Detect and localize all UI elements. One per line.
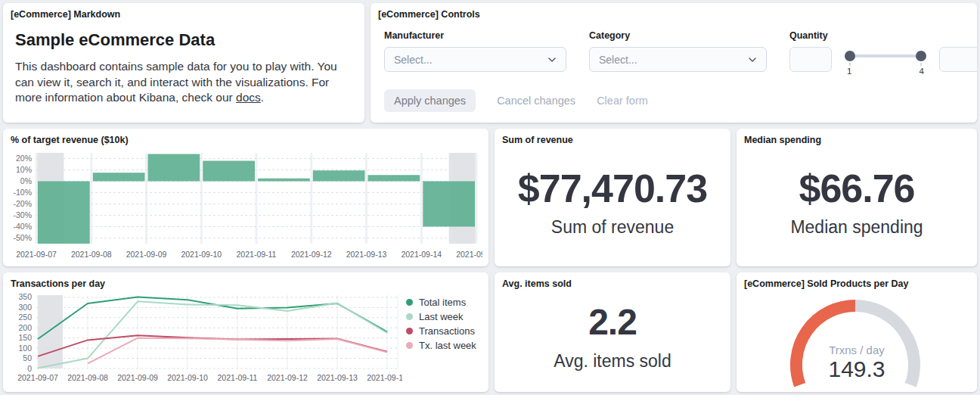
category-select[interactable]: Select... <box>589 47 767 72</box>
sold-products-per-day-panel: [eCommerce] Sold Products per Day Trxns … <box>737 272 977 392</box>
panel-title: % of target revenue ($10k) <box>3 129 488 145</box>
x-axis-tick-label: 2021-09-12 <box>291 250 332 259</box>
transactions-per-day-panel: Transactions per day 0501001502002503003… <box>3 272 488 392</box>
x-axis-tick-label: 2021-09-14 <box>367 373 402 382</box>
slider-handle-max[interactable] <box>916 51 926 61</box>
chevron-down-icon <box>547 55 557 64</box>
legend-swatch-icon <box>406 299 413 306</box>
slider-max-label: 4 <box>920 67 924 76</box>
y-axis-tick-label: 0 <box>27 364 32 373</box>
quantity-slider[interactable]: 1 4 <box>845 47 926 77</box>
median-spending-value: $66.76 <box>799 168 914 210</box>
x-axis-tick-label: 2021-09-13 <box>346 250 387 259</box>
bar-2021-09-14[interactable] <box>423 182 475 227</box>
y-axis-tick-label: 20% <box>16 154 32 163</box>
bar-2021-09-13[interactable] <box>368 175 420 181</box>
quantity-max-input[interactable] <box>939 47 977 72</box>
y-axis-tick-label: 10% <box>16 165 32 174</box>
x-axis-tick-label: 2021-09-11 <box>218 373 258 382</box>
y-axis-tick-label: 250 <box>18 313 32 322</box>
legend-item-total-items[interactable]: Total items <box>406 295 476 309</box>
y-axis-tick-label: -10% <box>13 188 32 197</box>
line-chart-canvas[interactable]: 0501001502002503003502021-09-072021-09-0… <box>9 291 402 386</box>
bar-2021-09-10[interactable] <box>203 161 255 182</box>
quantity-field: Quantity 1 4 <box>789 30 977 77</box>
x-axis-tick-label: 2021-09-14 <box>401 250 442 259</box>
manufacturer-label: Manufacturer <box>384 30 566 41</box>
line-chart-legend: Total itemsLast weekTransactionsTx. last… <box>406 295 476 353</box>
legend-label: Last week <box>419 311 464 322</box>
controls-panel: [eCommerce] Controls Manufacturer Select… <box>371 3 977 123</box>
median-spending-panel: Median spending $66.76 Median spending <box>737 129 977 266</box>
cancel-changes-button[interactable]: Cancel changes <box>497 95 575 107</box>
quantity-min-input[interactable] <box>789 47 832 72</box>
panel-title: [eCommerce] Sold Products per Day <box>737 272 977 289</box>
gauge-label: Trxns / day <box>737 344 977 356</box>
y-axis-tick-label: 200 <box>18 323 32 332</box>
gauge-value: 149.3 <box>737 356 977 382</box>
docs-link[interactable]: docs <box>236 91 261 104</box>
slider-track[interactable] <box>845 54 926 58</box>
category-label: Category <box>589 30 767 41</box>
bar-2021-09-11[interactable] <box>258 179 310 182</box>
x-axis-tick-label: 2021-09-09 <box>126 250 167 259</box>
legend-swatch-icon <box>406 313 413 320</box>
legend-item-tx-last-week[interactable]: Tx. last week <box>406 338 476 353</box>
legend-label: Total items <box>419 297 466 308</box>
y-axis-tick-label: -50% <box>13 233 32 242</box>
y-axis-tick-label: 150 <box>18 333 32 342</box>
legend-item-last-week[interactable]: Last week <box>406 309 476 324</box>
legend-item-transactions[interactable]: Transactions <box>406 324 476 338</box>
y-axis-tick-label: 50 <box>23 353 32 362</box>
x-axis-tick-label: 2021-09-08 <box>71 250 112 259</box>
y-axis-tick-label: -30% <box>13 210 32 219</box>
category-field: Category Select... <box>589 30 767 77</box>
panel-title: Transactions per day <box>3 272 488 289</box>
legend-swatch-icon <box>406 342 413 349</box>
x-axis-tick-label: 2021-09-11 <box>237 250 277 259</box>
partial-data-band <box>38 295 63 369</box>
legend-label: Tx. last week <box>419 340 476 351</box>
panel-title: [eCommerce] Markdown <box>3 3 364 20</box>
y-axis-tick-label: 0% <box>20 176 32 185</box>
bar-2021-09-08[interactable] <box>93 173 145 181</box>
bar-2021-09-12[interactable] <box>313 170 365 181</box>
slider-tickmark <box>849 63 851 66</box>
markdown-panel: [eCommerce] Markdown Sample eCommerce Da… <box>3 3 364 123</box>
x-axis-tick-label: 2021-09-07 <box>16 250 57 259</box>
x-axis-tick-label: 2021-09-07 <box>17 373 58 382</box>
slider-handle-min[interactable] <box>845 51 855 61</box>
line-series-last-week[interactable] <box>38 301 387 368</box>
bar-2021-09-07[interactable] <box>38 182 90 244</box>
markdown-text-after: . <box>261 91 264 104</box>
clear-form-button[interactable]: Clear form <box>597 95 648 107</box>
sum-of-revenue-panel: Sum of revenue $77,470.73 Sum of revenue <box>495 129 730 266</box>
markdown-heading: Sample eCommerce Data <box>15 30 352 50</box>
slider-tickmark <box>920 63 922 66</box>
target-revenue-panel: % of target revenue ($10k) 20%10%0%-10%-… <box>3 129 488 266</box>
panel-title: [eCommerce] Controls <box>371 3 977 20</box>
manufacturer-select[interactable]: Select... <box>384 47 566 72</box>
legend-label: Transactions <box>419 325 475 337</box>
avg-items-sold-subtitle: Avg. items sold <box>554 351 671 372</box>
slider-min-label: 1 <box>847 67 851 76</box>
sum-of-revenue-value: $77,470.73 <box>518 168 707 210</box>
markdown-text-before: This dashboard contains sample data for … <box>15 60 337 104</box>
x-axis-tick-label: 2021-09-10 <box>181 250 222 259</box>
avg-items-sold-panel: Avg. items sold 2.2 Avg. items sold <box>495 272 730 392</box>
x-axis-tick-label: 2021-09-15 <box>456 250 482 259</box>
x-axis-tick-label: 2021-09-13 <box>317 373 358 382</box>
avg-items-sold-value: 2.2 <box>588 303 637 341</box>
bar-2021-09-09[interactable] <box>148 154 200 182</box>
bar-chart-canvas[interactable]: 20%10%0%-10%-20%-30%-40%-50%2021-09-0720… <box>9 145 482 262</box>
quantity-label: Quantity <box>789 30 977 41</box>
markdown-body: This dashboard contains sample data for … <box>15 59 352 106</box>
manufacturer-field: Manufacturer Select... <box>384 30 566 77</box>
legend-swatch-icon <box>406 328 413 334</box>
chevron-down-icon <box>748 55 757 64</box>
manufacturer-select-value: Select... <box>394 54 433 66</box>
y-axis-tick-label: -40% <box>13 222 32 231</box>
apply-changes-button[interactable]: Apply changes <box>384 89 476 112</box>
median-spending-subtitle: Median spending <box>790 217 923 238</box>
x-axis-tick-label: 2021-09-12 <box>267 373 308 382</box>
